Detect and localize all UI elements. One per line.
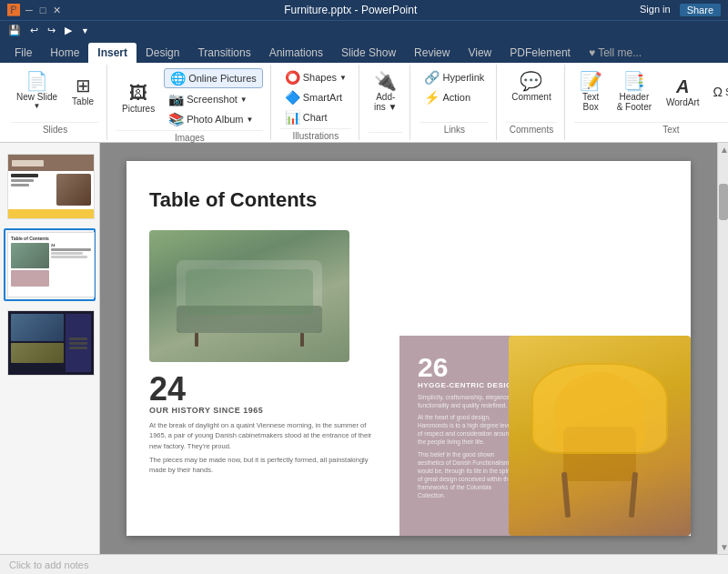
slide-text-section2a: Simplicity, craftsmanship, elegance, fun… xyxy=(418,393,518,409)
tab-view[interactable]: View xyxy=(459,43,500,63)
tab-home[interactable]: Home xyxy=(41,43,88,63)
textbox-icon: 📝 xyxy=(580,72,602,90)
presentation-btn[interactable]: ▶ xyxy=(62,24,75,37)
save-btn[interactable]: 💾 xyxy=(5,24,24,37)
header-footer-label: Header xyxy=(619,92,649,102)
table-button[interactable]: ⊞ Table xyxy=(66,73,99,110)
window-title: Furniture.pptx - PowerPoint xyxy=(61,4,640,16)
action-button[interactable]: ⚡ Action xyxy=(420,88,489,106)
addins-icon: 🔌 xyxy=(374,72,397,90)
title-bar-right: Sign in Share xyxy=(640,4,721,16)
slides-row: 📄 New Slide ▼ ⊞ Table xyxy=(11,68,99,114)
notes-bar[interactable]: Click to add notes xyxy=(0,554,728,574)
slide-left-section: Table of Contents 24 xyxy=(126,161,399,536)
tab-design[interactable]: Design xyxy=(136,43,188,63)
header-footer-button[interactable]: 📑 Header & Footer xyxy=(612,68,657,116)
slide-preview-1 xyxy=(7,154,95,219)
new-slide-arrow: ▼ xyxy=(34,102,41,110)
undo-btn[interactable]: ↩ xyxy=(27,24,41,37)
slide-subtitle-1: OUR HISTORY SINCE 1965 xyxy=(149,406,377,415)
online-pictures-button[interactable]: 🌐 Online Pictures xyxy=(164,68,263,88)
slide-thumb-3[interactable]: 3 xyxy=(4,307,96,379)
pictures-button[interactable]: 🖼 Pictures xyxy=(116,80,160,117)
shapes-icon: ⭕ xyxy=(285,70,300,85)
new-slide-button[interactable]: 📄 New Slide ▼ xyxy=(11,68,63,114)
addins-group-label xyxy=(369,132,402,136)
shapes-button[interactable]: ⭕ Shapes ▼ xyxy=(280,68,351,86)
slide-text-1: At the break of daylight on a quaint Vie… xyxy=(149,420,377,451)
symbols-button[interactable]: Ω Symbols xyxy=(709,83,728,101)
scroll-down-btn[interactable]: ▼ xyxy=(718,540,728,554)
slides-group-label: Slides xyxy=(11,122,99,136)
smartart-label: SmartArt xyxy=(303,92,342,103)
slide-thumb-1[interactable]: 1 xyxy=(4,150,96,223)
chair-image xyxy=(509,336,691,536)
action-icon: ⚡ xyxy=(424,90,440,105)
wordart-label: WordArt xyxy=(666,97,700,107)
ribbon-tabs: File Home Insert Design Transitions Anim… xyxy=(0,40,728,63)
shapes-label: Shapes xyxy=(303,72,337,83)
photo-album-button[interactable]: 📚 Photo Album ▼ xyxy=(164,110,263,128)
redo-btn[interactable]: ↪ xyxy=(45,24,58,37)
slide-text-section2c: This belief in the good shown aesthetics… xyxy=(418,450,518,500)
sign-in-link[interactable]: Sign in xyxy=(640,4,671,16)
hyperlink-button[interactable]: 🔗 Hyperlink xyxy=(420,68,489,86)
title-bar-left: 🅿 ─ □ ✕ xyxy=(7,3,61,17)
wordart-button[interactable]: A WordArt xyxy=(661,74,705,111)
tab-animations[interactable]: Animations xyxy=(260,43,332,63)
wordart-icon: A xyxy=(676,77,689,96)
pictures-label: Pictures xyxy=(122,104,155,114)
share-button[interactable]: Share xyxy=(680,4,721,16)
customize-qa-btn[interactable]: ▼ xyxy=(78,25,92,36)
screenshot-arrow: ▼ xyxy=(240,96,248,104)
slide-thumb-2[interactable]: 2 Table of Contents 24 xyxy=(4,228,96,301)
tab-tellme[interactable]: ♥ Tell me... xyxy=(580,43,651,63)
photo-album-arrow: ▼ xyxy=(247,116,254,124)
slide-text-2a: The pieces may be made now, but it is pe… xyxy=(149,455,377,476)
addins-label: Add- xyxy=(376,92,395,102)
header-footer-icon: 📑 xyxy=(622,72,645,90)
tab-insert[interactable]: Insert xyxy=(88,43,136,63)
smartart-button[interactable]: 🔷 SmartArt xyxy=(280,88,351,106)
comment-button[interactable]: 💬 Comment xyxy=(506,68,556,106)
slide-preview-3 xyxy=(7,310,95,376)
tab-transitions[interactable]: Transitions xyxy=(188,43,259,63)
new-slide-label: New Slide xyxy=(16,92,57,102)
header-footer-label2: & Footer xyxy=(617,102,652,112)
new-slide-icon: 📄 xyxy=(25,72,48,90)
chart-button[interactable]: 📊 Chart xyxy=(280,108,351,126)
online-pictures-label: Online Pictures xyxy=(188,73,257,84)
tab-file[interactable]: File xyxy=(5,43,41,63)
tab-pdfelement[interactable]: PDFelement xyxy=(500,43,580,63)
online-pictures-icon: 🌐 xyxy=(170,71,186,86)
close-btn[interactable]: ✕ xyxy=(53,5,61,16)
scrollbar-thumb[interactable] xyxy=(719,184,728,220)
tab-slideshow[interactable]: Slide Show xyxy=(332,43,405,63)
ribbon-group-links: 🔗 Hyperlink ⚡ Action Links xyxy=(412,65,497,140)
table-icon: ⊞ xyxy=(76,76,91,95)
textbox-button[interactable]: 📝 Text Box xyxy=(574,68,608,116)
tab-review[interactable]: Review xyxy=(405,43,459,63)
text-row: 📝 Text Box 📑 Header & Footer A WordArt Ω… xyxy=(574,68,728,116)
screenshot-button[interactable]: 📷 Screenshot ▼ xyxy=(164,90,263,108)
vertical-scrollbar[interactable]: ▲ ▼ xyxy=(717,143,728,554)
images-top-row: 🖼 Pictures 🌐 Online Pictures 📷 Screensho… xyxy=(116,68,263,128)
notes-placeholder: Click to add notes xyxy=(9,559,88,570)
links-group-label: Links xyxy=(420,122,489,136)
addins-button[interactable]: 🔌 Add- ins ▼ xyxy=(369,68,402,116)
maximize-btn[interactable]: □ xyxy=(40,5,46,16)
scroll-up-btn[interactable]: ▲ xyxy=(718,143,728,156)
table-label: Table xyxy=(72,96,94,106)
minimize-btn[interactable]: ─ xyxy=(25,5,33,16)
ribbon-group-addins: 🔌 Add- ins ▼ xyxy=(361,65,410,140)
chart-icon: 📊 xyxy=(285,110,300,125)
photo-album-label: Photo Album xyxy=(187,114,243,125)
ribbon-group-illustrations: ⭕ Shapes ▼ 🔷 SmartArt 📊 Chart Illustrati… xyxy=(273,65,359,140)
pictures-icon: 🖼 xyxy=(129,84,147,102)
screenshot-icon: 📷 xyxy=(168,92,184,106)
comment-icon: 💬 xyxy=(520,72,542,90)
comments-group-label: Comments xyxy=(506,122,556,136)
smartart-icon: 🔷 xyxy=(285,90,300,105)
shapes-arrow: ▼ xyxy=(339,74,347,82)
chart-label: Chart xyxy=(303,112,328,123)
